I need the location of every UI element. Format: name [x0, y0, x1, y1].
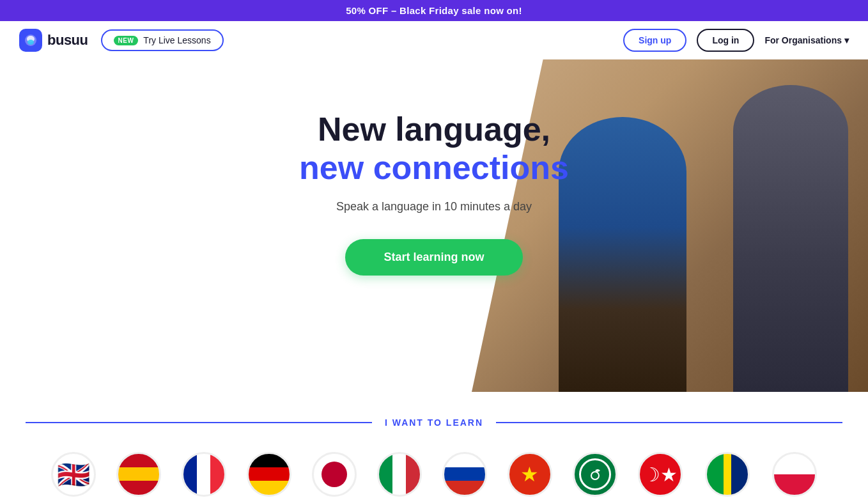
for-organisations-menu[interactable]: For Organisations ▾ — [764, 35, 849, 45]
hero-title-blue: new connections — [299, 149, 569, 186]
for-org-label: For Organisations — [764, 35, 842, 45]
svg-point-3 — [591, 472, 599, 479]
hero-section: New language, new connections Speak a la… — [0, 59, 868, 392]
try-live-button[interactable]: NEW Try Live Lessons — [101, 29, 224, 51]
flag-french — [182, 452, 226, 497]
language-item-french[interactable]: French — [171, 447, 236, 498]
logo-text: busuu — [47, 32, 88, 49]
hero-title: New language, new connections — [178, 111, 690, 187]
left-divider — [26, 422, 372, 423]
language-item-spanish[interactable]: Spanish — [106, 447, 171, 498]
language-item-chinese[interactable]: ★Chinese — [497, 447, 562, 498]
language-item-turkish[interactable]: ☽★Turkish — [628, 447, 693, 498]
learn-section: I WANT TO LEARN 🇬🇧EnglishSpanishFrenchGe… — [0, 392, 868, 498]
hero-content: New language, new connections Speak a la… — [178, 59, 690, 314]
flag-polish — [772, 452, 817, 497]
nav-right: Sign up Log in For Organisations ▾ — [623, 29, 849, 52]
flag-italian — [377, 452, 422, 497]
nav-left: busuu NEW Try Live Lessons — [19, 29, 224, 52]
right-divider — [496, 422, 842, 423]
hero-title-part1: New language, — [318, 111, 550, 148]
language-item-english[interactable]: 🇬🇧English — [41, 447, 106, 498]
flag-german — [247, 452, 291, 497]
signup-button[interactable]: Sign up — [623, 29, 686, 52]
languages-row: 🇬🇧EnglishSpanishFrenchGermanJapaneseItal… — [26, 447, 842, 498]
login-button[interactable]: Log in — [697, 29, 754, 52]
language-item-polish[interactable]: Polish — [762, 447, 827, 498]
language-item-arabic[interactable]: Arabic — [562, 447, 628, 498]
flag-spanish — [116, 452, 161, 497]
language-item-german[interactable]: German — [236, 447, 302, 498]
chevron-down-icon: ▾ — [844, 35, 849, 45]
flag-russian — [442, 452, 487, 497]
language-item-italian[interactable]: Italian — [367, 447, 432, 498]
language-item-japanese[interactable]: Japanese — [302, 447, 367, 498]
flag-chinese: ★ — [508, 452, 552, 497]
new-badge: NEW — [114, 36, 139, 45]
flag-portuguese — [705, 452, 750, 497]
start-learning-button[interactable]: Start learning now — [345, 239, 522, 276]
learn-section-title: I WANT TO LEARN — [372, 417, 496, 428]
promo-banner: 50% OFF – Black Friday sale now on! — [0, 0, 868, 21]
navbar: busuu NEW Try Live Lessons Sign up Log i… — [0, 21, 868, 59]
flag-english: 🇬🇧 — [51, 452, 96, 497]
person2-silhouette — [733, 85, 848, 392]
logo-icon — [19, 29, 42, 52]
learn-title-container: I WANT TO LEARN — [26, 417, 842, 428]
flag-turkish: ☽★ — [638, 452, 683, 497]
language-item-portuguese[interactable]: Portuguese — [693, 447, 763, 498]
language-item-russian[interactable]: Russian — [432, 447, 497, 498]
hero-subtitle: Speak a language in 10 minutes a day — [178, 200, 690, 214]
svg-point-2 — [27, 40, 34, 45]
logo[interactable]: busuu — [19, 29, 88, 52]
flag-japanese — [312, 452, 357, 497]
try-live-label: Try Live Lessons — [143, 35, 210, 45]
flag-arabic — [573, 452, 617, 497]
